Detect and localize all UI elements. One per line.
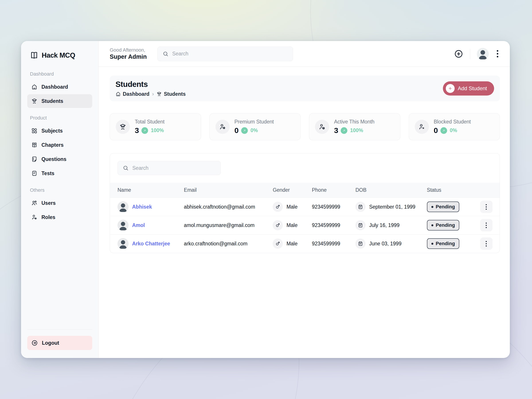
stat-card-total-student: Total Student 3 100% [110,113,201,140]
logout-button[interactable]: Logout [27,336,92,350]
stat-label: Premium Student [234,119,274,125]
user-avatar[interactable] [477,48,489,60]
sidebar-item-label: Tests [41,171,54,177]
male-icon [273,202,283,212]
stat-card-blocked-student: Blocked Student 0 0% [409,113,500,140]
student-name-link[interactable]: Arko Chatterjee [132,241,170,247]
row-actions-menu-button[interactable] [480,219,493,231]
breadcrumb-label: Students [164,91,185,97]
topbar: Good Afternoon, Super Admin [99,41,510,67]
grid-icon [31,128,38,134]
sidebar-item-subjects[interactable]: Subjects [27,124,92,138]
person-x-icon [415,120,429,134]
avatar-silhouette-icon [477,48,489,60]
stat-value: 0 [434,126,438,135]
student-phone: 9234599999 [312,234,355,253]
row-actions-menu-button[interactable] [480,201,493,213]
breadcrumb-label: Dashboard [123,91,149,97]
nav-section-label: Product [30,115,92,121]
stat-value: 3 [334,126,338,135]
students-table-card: Name Email Gender Phone DOB Status [110,153,500,253]
sidebar-item-dashboard[interactable]: Dashboard [27,80,92,94]
sidebar-item-label: Students [41,98,63,104]
logout-label: Logout [42,340,59,346]
student-dob: September 01, 1999 [369,204,415,210]
stat-body: Premium Student 0 0% [234,119,274,135]
add-student-label: Add Student [458,85,487,92]
avatar [117,220,129,231]
row-actions-menu-button[interactable] [480,237,493,250]
nav-section-label: Others [30,187,92,193]
sidebar-item-roles[interactable]: Roles [27,210,92,224]
question-doc-icon [31,156,38,162]
stat-value: 3 [135,126,139,135]
add-student-button[interactable]: Add Student [443,81,494,95]
status-badge[interactable]: Pending [427,220,460,231]
male-icon [273,239,283,249]
page-header-card: Students Dashboard › [110,76,500,101]
status-badge[interactable]: Pending [427,238,460,249]
sidebar-item-questions[interactable]: Questions [27,152,92,166]
quick-add-button[interactable] [454,49,463,58]
plus-icon [446,84,455,93]
topbar-menu-button[interactable] [495,49,500,59]
brand-name: Hack MCQ [42,51,75,59]
users-icon [31,200,38,206]
status-label: Pending [436,241,455,247]
table-search-input[interactable] [132,165,216,171]
sidebar-item-tests[interactable]: Tests [27,166,92,180]
student-name-link[interactable]: Amol [132,222,145,228]
student-dob: July 16, 1999 [369,222,399,228]
student-phone: 9234599999 [312,198,355,216]
student-icon [157,91,162,97]
title-block: Students Dashboard › [115,80,186,97]
table-row: Amol amol.mungusmare@gmail.com Male [110,216,500,234]
status-label: Pending [436,204,455,210]
sidebar-item-label: Roles [41,214,55,220]
stat-label: Active This Month [334,119,374,125]
sidebar-item-label: Users [41,200,56,206]
student-email: amol.mungusmare@gmail.com [184,216,273,234]
stat-body: Active This Month 3 100% [334,119,374,135]
column-header-email: Email [184,183,273,198]
person-star-icon [215,120,230,134]
trend-up-icon [141,127,148,134]
status-dot-icon [431,243,433,245]
open-book-icon [31,142,38,148]
sidebar-item-label: Dashboard [41,84,68,90]
student-name-link[interactable]: Abhisek [132,204,152,210]
table-row: Arko Chatterjee arko.craftnotion@gmail.c… [110,234,500,253]
search-icon [123,165,129,171]
avatar [117,238,129,249]
breadcrumb-item-dashboard[interactable]: Dashboard [115,91,149,97]
stat-delta: 100% [350,127,363,133]
app-window: Hack MCQ Dashboard Dashboard Students Pr… [21,41,510,358]
nav-section-label: Dashboard [30,71,92,77]
page-title: Students [115,80,186,89]
stat-value: 0 [234,126,239,135]
logout-icon [31,340,38,346]
plus-circle-icon [454,49,463,58]
page-content: Students Dashboard › [99,67,510,358]
trend-up-icon [241,127,248,134]
global-search-input[interactable] [172,51,288,57]
current-user-name: Super Admin [110,53,147,60]
sidebar-item-users[interactable]: Users [27,196,92,210]
table-row: Abhisek abhisek.craftnotion@gmail.com Ma… [110,198,500,216]
status-dot-icon [431,224,433,226]
student-email: arko.craftnotion@gmail.com [184,234,273,253]
person-gear-icon [31,214,38,220]
stat-body: Total Student 3 100% [135,119,165,135]
person-check-icon [315,120,329,134]
greeting-text: Good Afternoon, [110,47,147,53]
status-badge[interactable]: Pending [427,202,460,212]
student-icon [31,98,38,104]
sidebar-item-chapters[interactable]: Chapters [27,138,92,152]
sidebar-item-students[interactable]: Students [27,94,92,108]
column-header-gender: Gender [273,183,312,198]
breadcrumb-item-students: Students [157,91,185,97]
male-icon [273,220,283,230]
column-header-status: Status [427,183,480,198]
stat-delta: 100% [151,127,164,133]
students-table: Name Email Gender Phone DOB Status [110,183,500,253]
